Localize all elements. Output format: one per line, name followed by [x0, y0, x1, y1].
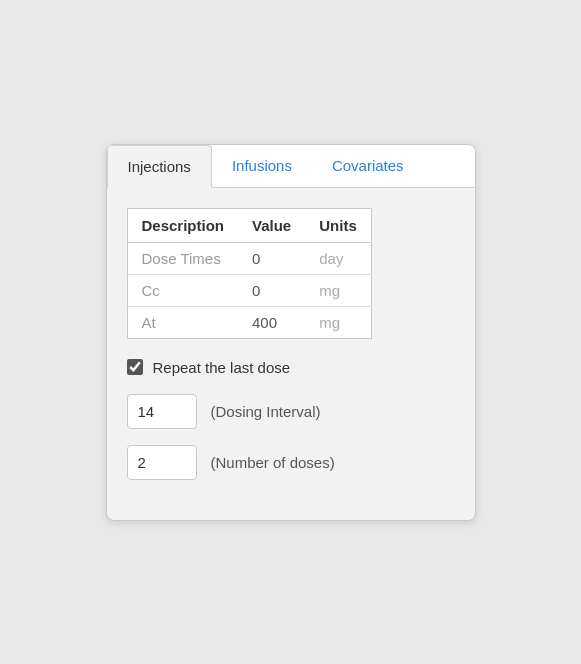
table-cell-value: 0 [238, 242, 305, 274]
col-header-value: Value [238, 208, 305, 242]
repeat-dose-checkbox[interactable] [127, 359, 143, 375]
table-cell-description: At [127, 306, 238, 338]
table-row: Dose Times0day [127, 242, 371, 274]
col-header-description: Description [127, 208, 238, 242]
number-of-doses-input[interactable] [127, 445, 197, 480]
dosing-interval-label: (Dosing Interval) [211, 403, 321, 420]
table-cell-units: mg [305, 274, 371, 306]
main-window: Injections Infusions Covariates Descript… [106, 144, 476, 521]
col-header-units: Units [305, 208, 371, 242]
data-table: Description Value Units Dose Times0dayCc… [127, 208, 372, 339]
dosing-interval-input[interactable] [127, 394, 197, 429]
table-row: Cc0mg [127, 274, 371, 306]
table-cell-units: mg [305, 306, 371, 338]
repeat-dose-row: Repeat the last dose [127, 359, 455, 376]
table-cell-value: 0 [238, 274, 305, 306]
number-of-doses-row: (Number of doses) [127, 445, 455, 480]
repeat-dose-label: Repeat the last dose [153, 359, 291, 376]
table-row: At400mg [127, 306, 371, 338]
table-cell-value: 400 [238, 306, 305, 338]
content-area: Description Value Units Dose Times0dayCc… [107, 188, 475, 520]
table-cell-description: Cc [127, 274, 238, 306]
table-cell-units: day [305, 242, 371, 274]
table-cell-description: Dose Times [127, 242, 238, 274]
number-of-doses-label: (Number of doses) [211, 454, 335, 471]
dosing-interval-row: (Dosing Interval) [127, 394, 455, 429]
tab-infusions[interactable]: Infusions [212, 145, 312, 187]
tab-injections[interactable]: Injections [107, 145, 212, 188]
tab-bar: Injections Infusions Covariates [107, 145, 475, 188]
tab-covariates[interactable]: Covariates [312, 145, 424, 187]
